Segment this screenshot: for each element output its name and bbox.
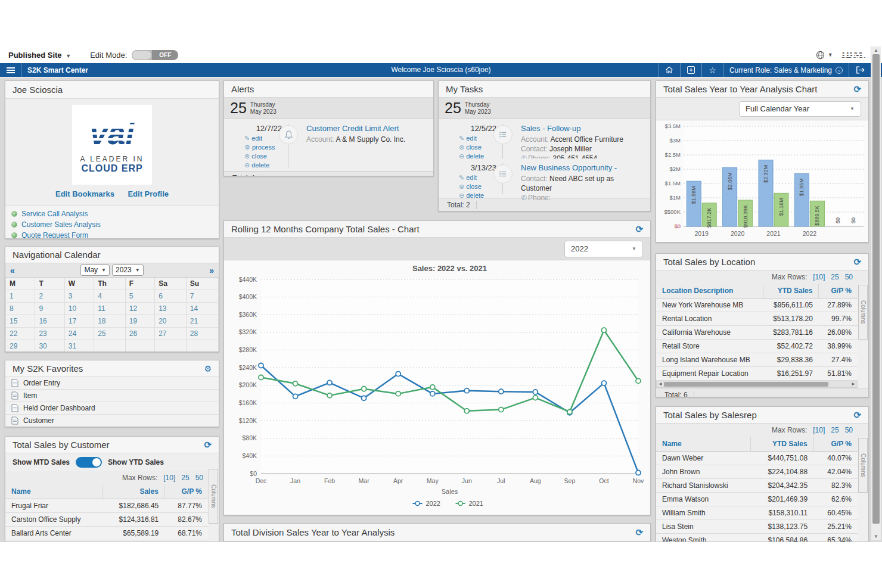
calendar-day[interactable]: 12 [125, 303, 154, 315]
columns-tab[interactable]: Columns [858, 438, 868, 493]
favorite-item[interactable]: Held Order Dashboard [5, 402, 219, 415]
refresh-icon[interactable]: ⟳ [635, 527, 643, 538]
home-button[interactable] [659, 63, 680, 77]
scrollbar-thumb[interactable] [872, 54, 880, 524]
horizontal-scrollbar[interactable]: ◄ ► [656, 381, 858, 388]
calendar-day[interactable]: 11 [94, 303, 126, 315]
calendar-day[interactable]: 26 [125, 328, 154, 340]
column-header[interactable]: Name [5, 484, 103, 499]
max-rows-25[interactable]: 25 [181, 474, 189, 482]
alert-close-link[interactable]: ⊗close [244, 152, 282, 161]
refresh-icon[interactable]: ⟳ [204, 440, 212, 450]
page-scrollbar[interactable]: ▲ ▼ [871, 46, 881, 540]
calendar-day[interactable]: 18 [94, 315, 126, 328]
calendar-day[interactable]: 24 [64, 328, 94, 340]
calendar-day[interactable]: 28 [186, 328, 218, 340]
current-role-selector[interactable]: Current Role: Sales & Marketing ⌄ [723, 63, 849, 77]
task-edit-link[interactable]: ✎edit [459, 173, 496, 182]
calendar-day[interactable]: 3 [64, 290, 94, 303]
calendar-day[interactable]: 19 [125, 315, 154, 328]
refresh-icon[interactable]: ⟳ [635, 224, 643, 235]
task-close-link[interactable]: ⊗close [459, 182, 496, 191]
scroll-left-icon[interactable]: ◄ [658, 381, 663, 387]
refresh-icon[interactable]: ⟳ [853, 257, 861, 267]
calendar-day[interactable]: 6 [155, 290, 187, 303]
calendar-day[interactable]: 22 [6, 328, 35, 340]
logout-button[interactable] [849, 63, 871, 77]
column-header[interactable]: Sales [103, 484, 164, 499]
column-header[interactable]: Location Description [656, 284, 763, 298]
scroll-up-icon[interactable]: ▲ [871, 48, 881, 53]
calendar-day[interactable]: 29 [6, 340, 35, 353]
calendar-day[interactable]: 31 [64, 340, 94, 353]
row-name[interactable]: Carston Office Supply [5, 513, 103, 527]
favorites-button[interactable]: ☆ [701, 63, 723, 77]
calendar-next-button[interactable]: » [209, 266, 214, 275]
calendar-day[interactable]: 4 [94, 290, 126, 303]
language-menu[interactable]: ▼ [816, 51, 833, 60]
calendar-day[interactable]: 9 [35, 303, 64, 315]
alert-edit-link[interactable]: ✎edit [244, 134, 282, 143]
bookmark-link[interactable]: Quote Request Form [21, 231, 88, 239]
calendar-day[interactable]: 21 [186, 315, 218, 328]
max-rows-50[interactable]: 50 [845, 273, 853, 281]
bookmark-link[interactable]: Customer Sales Analysis [21, 220, 101, 229]
refresh-icon[interactable]: ⟳ [853, 410, 861, 421]
calendar-day[interactable]: 17 [64, 315, 94, 328]
calendar-day[interactable]: 14 [186, 303, 218, 315]
calendar-day[interactable]: 20 [155, 315, 187, 328]
favorite-item[interactable]: Customer [5, 415, 219, 427]
alert-process-link[interactable]: ⚙process [244, 143, 282, 152]
columns-tab[interactable]: Columns [209, 469, 218, 524]
calendar-day[interactable]: 23 [35, 328, 64, 340]
calendar-day[interactable]: 7 [186, 290, 218, 303]
alert-title-link[interactable]: Customer Credit Limit Alert [306, 124, 399, 133]
column-header[interactable]: Name [656, 437, 751, 452]
max-rows-25[interactable]: 25 [831, 426, 838, 434]
max-rows-50[interactable]: 50 [845, 426, 853, 434]
favorite-item[interactable]: Order Entry [5, 377, 219, 390]
column-header[interactable]: YTD Sales [751, 437, 813, 452]
calendar-day[interactable]: 15 [6, 315, 35, 328]
bookmark-link[interactable]: Service Call Analysis [21, 210, 88, 218]
row-name[interactable]: Ballard Arts Center [5, 527, 103, 540]
calendar-day[interactable]: 5 [125, 290, 154, 303]
max-rows-10[interactable]: [10] [163, 474, 175, 482]
column-header[interactable]: G/P % [813, 437, 858, 452]
calendar-range-selector[interactable]: Full Calendar Year ▼ [739, 101, 861, 117]
calendar-prev-button[interactable]: « [10, 266, 15, 275]
calendar-day[interactable]: 25 [94, 328, 126, 340]
calendar-day[interactable]: 16 [35, 315, 64, 328]
task-title-link[interactable]: Sales - Follow-up [521, 124, 580, 133]
calendar-day[interactable]: 30 [35, 340, 64, 353]
published-site-menu[interactable]: Published Site ▼ [8, 51, 71, 60]
calendar-day[interactable]: 27 [155, 328, 187, 340]
scroll-down-icon[interactable]: ▼ [871, 534, 881, 539]
task-delete-link[interactable]: ⊖delete [459, 191, 496, 200]
calendar-day[interactable]: 2 [35, 290, 64, 303]
edit-bookmarks-link[interactable]: Edit Bookmarks [55, 189, 114, 198]
calendar-day[interactable]: 1 [6, 290, 35, 303]
menu-icon[interactable] [0, 63, 21, 77]
add-button[interactable]: + [680, 63, 701, 77]
calendar-day[interactable]: 8 [6, 303, 35, 315]
refresh-icon[interactable]: ⟳ [853, 84, 861, 95]
mtd-ytd-toggle[interactable] [76, 457, 102, 468]
max-rows-50[interactable]: 50 [195, 474, 203, 482]
calendar-day[interactable]: 10 [64, 303, 94, 315]
column-header[interactable]: G/P % [164, 484, 208, 499]
month-selector[interactable]: May ▼ [80, 265, 110, 276]
scroll-right-icon[interactable]: ► [851, 381, 856, 387]
column-header[interactable]: G/P % [819, 284, 858, 298]
year-selector[interactable]: 2023 ▼ [112, 265, 144, 276]
max-rows-10[interactable]: [10] [813, 273, 825, 281]
edit-profile-link[interactable]: Edit Profile [128, 189, 169, 198]
max-rows-25[interactable]: 25 [831, 273, 838, 281]
calendar-day[interactable]: 13 [155, 303, 187, 315]
max-rows-10[interactable]: [10] [813, 426, 825, 434]
task-close-link[interactable]: ⊗close [459, 143, 496, 152]
columns-tab[interactable]: Columns [858, 285, 868, 340]
favorite-item[interactable]: Item [5, 390, 219, 402]
task-title-link[interactable]: New Business Opportunity - [521, 163, 617, 172]
alert-delete-link[interactable]: ⊖delete [244, 161, 282, 170]
